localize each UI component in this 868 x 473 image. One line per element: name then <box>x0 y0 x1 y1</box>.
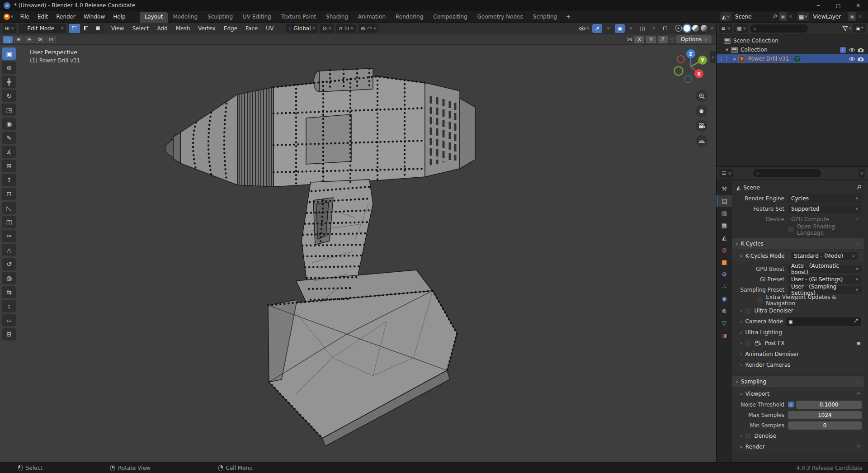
sampling-preset-dropdown[interactable]: User - (Sampling Settings)∨ <box>788 286 862 294</box>
filter-dropdown[interactable]: ∨ <box>842 26 852 31</box>
osl-checkbox[interactable] <box>788 227 794 232</box>
select-new-button[interactable]: ⬚ <box>3 36 13 43</box>
extra-viewport-checkbox[interactable] <box>757 297 763 303</box>
blender-menu-button[interactable]: ∨ <box>4 14 14 20</box>
properties-editor-type-button[interactable]: ☰∨ <box>719 169 733 178</box>
show-overlays-toggle[interactable]: ◉ <box>615 24 625 33</box>
drag-dots-icon[interactable]: ∷∷ <box>854 379 861 384</box>
kcycles-mode-dropdown[interactable]: Standard - (Mode)∨ <box>791 252 858 260</box>
disable-in-render-toggle[interactable] <box>856 47 865 52</box>
remove-viewlayer-icon[interactable]: ✕ <box>856 14 863 19</box>
tool-smooth[interactable]: ◍ <box>2 272 16 284</box>
mode-dropdown[interactable]: ⬚ Edit Mode ∨ <box>19 24 66 33</box>
properties-tab-render[interactable]: ▤ <box>717 195 732 207</box>
disclosure-right-icon[interactable]: ▶ <box>734 57 736 61</box>
viewlayer-selector[interactable]: ▦∨ ViewLayer ▣ ✕ <box>797 12 863 21</box>
menu-window[interactable]: Window <box>80 11 109 23</box>
rendered-shading-icon[interactable] <box>701 25 708 32</box>
workspace-tab-rendering[interactable]: Rendering <box>391 12 428 23</box>
workspace-tab-sculpting[interactable]: Sculpting <box>203 12 238 23</box>
properties-filter-dropdown[interactable]: ∨ <box>858 169 865 178</box>
properties-tab-object-data[interactable]: ▽ <box>717 317 732 329</box>
pan-button[interactable] <box>696 105 708 117</box>
presets-list-icon[interactable]: ≡ <box>856 444 861 450</box>
tool-extrude-region[interactable]: ↥ <box>2 174 16 186</box>
axis-neg-y-ball[interactable] <box>677 56 684 63</box>
maximize-button[interactable]: ▢ <box>828 0 848 11</box>
render-pass-toggle[interactable]: ⧠ <box>660 24 670 33</box>
properties-search-input[interactable]: ⌕ <box>753 169 821 177</box>
overlays-dropdown[interactable]: ∨ <box>626 24 636 33</box>
tool-move[interactable]: ╋ <box>2 76 16 88</box>
menu-file[interactable]: File <box>16 11 33 23</box>
solid-shading-icon[interactable] <box>684 25 690 32</box>
axis-neg-x-ball[interactable] <box>675 67 683 76</box>
viewlayer-name[interactable]: ViewLayer <box>809 14 848 20</box>
workspace-tab-compositing[interactable]: Compositing <box>428 12 472 23</box>
menu-help[interactable]: Help <box>109 11 129 23</box>
vertex-select-button[interactable] <box>69 24 80 33</box>
editor-type-button[interactable]: ⊞∨ <box>3 24 16 33</box>
xray-dropdown[interactable]: ∨ <box>649 24 659 33</box>
show-gizmo-toggle[interactable]: ↗ <box>592 24 602 33</box>
gi-preset-dropdown[interactable]: User - (GI Settings)∨ <box>788 275 862 284</box>
render-cameras-section[interactable]: › Render Cameras <box>732 359 864 370</box>
tool-bevel[interactable]: ◺ <box>2 202 16 214</box>
scene-icon[interactable]: ◭∨ <box>720 12 731 21</box>
kcycles-mode-subpanel[interactable]: ∨ K-Cycles Mode Standard - (Mode)∨ <box>732 251 864 261</box>
outliner-display-mode-button[interactable]: ▦∨ <box>734 24 748 33</box>
new-viewlayer-icon[interactable]: ▣ <box>848 12 856 21</box>
noise-threshold-field[interactable]: 0.1000 <box>796 401 862 409</box>
tool-scale[interactable]: ◳ <box>2 104 16 116</box>
viewlayer-icon[interactable]: ▦∨ <box>797 12 809 21</box>
camera-view-button[interactable] <box>696 120 708 132</box>
navigation-gizmo[interactable]: Z Y X <box>672 47 710 85</box>
denoise-section[interactable]: › Denoise <box>732 430 864 441</box>
gpu-boost-dropdown[interactable]: Auto - (Automatic boost)∨ <box>788 265 862 273</box>
tool-poly-build[interactable]: △ <box>2 244 16 256</box>
presets-list-icon[interactable]: ≡ <box>856 340 861 346</box>
workspace-tab-animation[interactable]: Animation <box>353 12 391 23</box>
select-intersect-button[interactable]: ⊡ <box>46 36 56 43</box>
workspace-tab-modeling[interactable]: Modeling <box>168 12 203 23</box>
tool-rip-region[interactable]: ⊟ <box>2 328 16 341</box>
ultra-denoiser-section[interactable]: › Ultra Denoiser <box>732 305 864 316</box>
new-collection-button[interactable]: ▣⁺ <box>853 24 866 33</box>
viewport-canvas[interactable]: ▣⊕╋↻◳◉✎∡⊞↥⊡◺◫✂△↺◍⇆↕▱⊟ User Perspective (… <box>0 45 716 462</box>
minimize-button[interactable]: ─ <box>808 0 828 11</box>
denoise-checkbox[interactable] <box>745 433 751 439</box>
min-samples-field[interactable]: 0 <box>788 421 862 430</box>
properties-tab-output[interactable]: ▥ <box>717 208 732 219</box>
edge-select-button[interactable] <box>80 24 92 33</box>
properties-tab-physics[interactable]: ◉ <box>717 293 732 304</box>
post-fx-checkbox[interactable] <box>745 341 751 346</box>
snap-circle-icon[interactable]: ◌ <box>670 36 674 43</box>
viewport-menu-add[interactable]: Add <box>153 23 171 34</box>
tool-inset-faces[interactable]: ⊡ <box>2 188 16 200</box>
properties-tab-constraints[interactable]: ⊚ <box>717 305 732 317</box>
ultra-denoiser-checkbox[interactable] <box>745 308 751 314</box>
select-extend-button[interactable]: ⊞ <box>14 36 24 43</box>
zoom-button[interactable] <box>696 90 708 102</box>
disable-in-render-toggle[interactable] <box>856 57 865 61</box>
unlink-scene-icon[interactable]: ✕ <box>787 14 794 19</box>
presets-list-icon[interactable]: ≡ <box>856 391 861 397</box>
properties-tab-scene[interactable]: ◭ <box>717 232 732 243</box>
viewport-menu-view[interactable]: View <box>107 23 128 34</box>
viewport-menu-vertex[interactable]: Vertex <box>194 23 220 34</box>
properties-tab-modifiers[interactable]: ⚙ <box>717 269 732 280</box>
pin-icon[interactable] <box>856 184 862 191</box>
disclosure-down-icon[interactable]: ▼ <box>726 48 728 52</box>
animation-denoiser-section[interactable]: › Animation Denoiser <box>732 349 864 359</box>
device-dropdown[interactable]: GPU Compute∨ <box>788 215 862 223</box>
pin-scene-icon[interactable] <box>770 14 779 19</box>
select-subtract-button[interactable]: ⊟ <box>24 36 34 43</box>
pivot-point-dropdown[interactable]: ⊙∨ <box>320 24 334 33</box>
tool-loop-cut[interactable]: ◫ <box>2 216 16 228</box>
outliner-row-scene-collection[interactable]: Scene Collection <box>717 36 868 45</box>
viewport-menu-mesh[interactable]: Mesh <box>172 23 194 34</box>
tool-annotate[interactable]: ✎ <box>2 132 16 144</box>
eyedropper-icon[interactable] <box>854 318 859 325</box>
outliner-row-power-drill[interactable]: ⬚ ▶ ▼ Power Drill v31 ▽ <box>717 54 868 63</box>
hide-in-viewport-toggle[interactable] <box>847 48 856 52</box>
